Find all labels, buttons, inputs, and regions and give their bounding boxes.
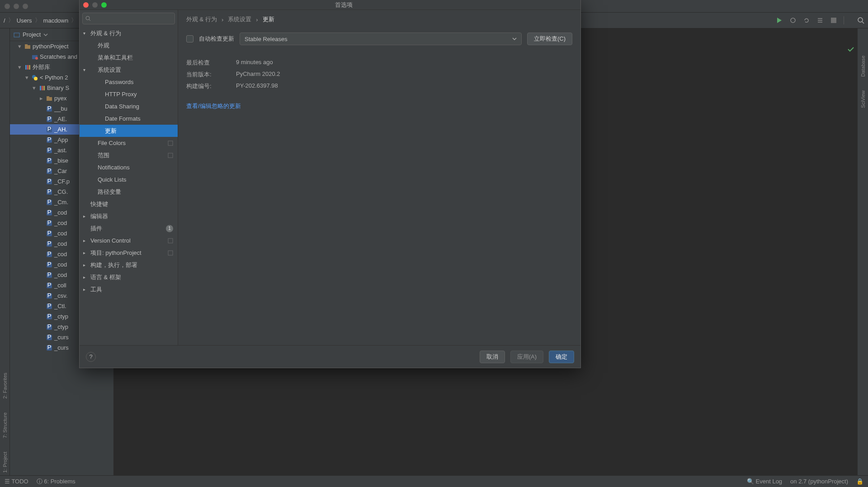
chevron-down-icon — [512, 37, 517, 41]
dialog-layer: 首选项 ▾外观 & 行为外观菜单和工具栏▾系统设置PasswordsHTTP P… — [0, 0, 868, 487]
settings-content: 外观 & 行为› 系统设置› 更新 自动检查更新 Stable Releases… — [178, 10, 580, 345]
settings-nav-item[interactable]: ▸Version Control — [80, 234, 178, 247]
settings-nav-item[interactable]: Notifications — [80, 161, 178, 173]
help-button[interactable]: ? — [86, 352, 96, 362]
svg-rect-71 — [168, 153, 173, 158]
settings-nav-item[interactable]: ▸项目: pythonProject — [80, 247, 178, 259]
last-check-value: 9 minutes ago — [236, 59, 572, 67]
svg-line-69 — [89, 19, 90, 21]
settings-nav-item[interactable]: ▾系统设置 — [80, 64, 178, 76]
settings-nav-item[interactable]: ▸编辑器 — [80, 210, 178, 222]
update-channel-select[interactable]: Stable Releases — [240, 33, 522, 45]
settings-nav-item[interactable]: 菜单和工具栏 — [80, 52, 178, 64]
cancel-button[interactable]: 取消 — [480, 351, 505, 363]
project-scope-icon — [168, 140, 173, 146]
dialog-titlebar: 首选项 — [80, 0, 580, 10]
last-check-label: 最后检查 — [186, 59, 227, 67]
dialog-close-icon[interactable] — [83, 2, 89, 8]
settings-nav-item[interactable]: 插件1 — [80, 222, 178, 234]
auto-check-checkbox[interactable] — [186, 35, 193, 42]
channel-value: Stable Releases — [245, 36, 288, 42]
settings-nav: ▾外观 & 行为外观菜单和工具栏▾系统设置PasswordsHTTP Proxy… — [80, 10, 178, 345]
auto-check-label: 自动检查更新 — [199, 35, 234, 43]
ignored-updates-link[interactable]: 查看/编辑忽略的更新 — [186, 102, 572, 110]
settings-nav-item[interactable]: ▸工具 — [80, 283, 178, 295]
settings-nav-tree[interactable]: ▾外观 & 行为外观菜单和工具栏▾系统设置PasswordsHTTP Proxy… — [80, 27, 178, 345]
dialog-zoom-icon[interactable] — [101, 2, 107, 8]
preferences-dialog: 首选项 ▾外观 & 行为外观菜单和工具栏▾系统设置PasswordsHTTP P… — [79, 0, 581, 368]
dialog-title: 首选项 — [110, 1, 577, 9]
dialog-footer: ? 取消 应用(A) 确定 — [80, 345, 580, 368]
plugin-badge: 1 — [166, 225, 173, 232]
build-label: 构建编号: — [186, 82, 227, 90]
settings-nav-item[interactable]: ▾外观 & 行为 — [80, 27, 178, 39]
svg-rect-72 — [168, 239, 173, 243]
crumb[interactable]: 系统设置 — [228, 15, 251, 23]
settings-nav-item[interactable]: 范围 — [80, 149, 178, 161]
settings-search[interactable] — [82, 13, 175, 24]
settings-nav-item[interactable]: 外观 — [80, 39, 178, 52]
update-info: 最后检查 9 minutes ago 当前版本: PyCharm 2020.2 … — [186, 59, 572, 90]
ok-button[interactable]: 确定 — [549, 351, 574, 363]
build-value: PY-202.6397.98 — [236, 82, 572, 90]
crumb[interactable]: 外观 & 行为 — [186, 15, 217, 23]
settings-search-input[interactable] — [94, 15, 172, 22]
crumb-current: 更新 — [263, 15, 274, 23]
settings-nav-item[interactable]: ▸语言 & 框架 — [80, 271, 178, 283]
settings-nav-item[interactable]: 更新 — [80, 125, 178, 137]
current-version-label: 当前版本: — [186, 70, 227, 79]
dialog-min-icon[interactable] — [92, 2, 98, 8]
settings-nav-item[interactable]: Date Formats — [80, 112, 178, 125]
check-now-button[interactable]: 立即检查(C) — [527, 33, 572, 45]
svg-rect-70 — [168, 141, 173, 145]
current-version-value: PyCharm 2020.2 — [236, 70, 572, 79]
settings-nav-item[interactable]: Quick Lists — [80, 173, 178, 186]
project-scope-icon — [168, 250, 173, 256]
settings-nav-item[interactable]: 快捷键 — [80, 198, 178, 210]
settings-nav-item[interactable]: File Colors — [80, 137, 178, 149]
project-scope-icon — [168, 238, 173, 244]
search-icon — [85, 16, 91, 21]
settings-breadcrumb: 外观 & 行为› 系统设置› 更新 — [186, 10, 572, 29]
project-scope-icon — [168, 153, 173, 158]
settings-nav-item[interactable]: Data Sharing — [80, 100, 178, 112]
apply-button[interactable]: 应用(A) — [510, 351, 543, 363]
settings-nav-item[interactable]: ▸构建，执行，部署 — [80, 259, 178, 271]
settings-nav-item[interactable]: HTTP Proxy — [80, 88, 178, 100]
svg-rect-73 — [168, 251, 173, 255]
settings-nav-item[interactable]: Passwords — [80, 76, 178, 88]
svg-point-68 — [86, 16, 90, 20]
settings-nav-item[interactable]: 路径变量 — [80, 186, 178, 198]
